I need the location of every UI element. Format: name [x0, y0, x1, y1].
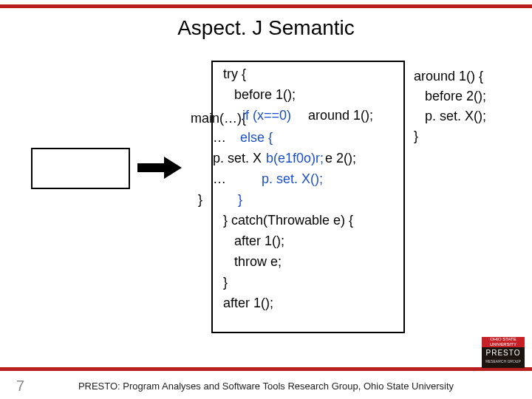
- footer-text: PRESTO: Program Analyses and Software To…: [0, 381, 532, 392]
- code-line: …: [213, 130, 226, 146]
- code-line: } catch(Throwable e) {: [223, 213, 353, 228]
- code-line: after 1();: [223, 296, 273, 311]
- empty-box: [31, 148, 130, 189]
- top-rule: [0, 4, 532, 8]
- code-line: …: [213, 171, 226, 187]
- presto-logo: OHIO STATE UNIVERSITY PRESTO RESEARCH GR…: [482, 337, 525, 368]
- code-line: throw e;: [223, 254, 282, 270]
- code-line: after 1();: [223, 233, 284, 249]
- bottom-rule: [0, 367, 532, 371]
- code-line: main(…){: [191, 111, 246, 126]
- code-line: e 2();: [325, 151, 356, 166]
- code-line: }: [198, 192, 202, 208]
- code-line: around 1();: [304, 108, 373, 123]
- code-line: }: [223, 275, 228, 290]
- code-line: try {: [223, 66, 246, 82]
- code-line: p. set. X: [213, 151, 262, 166]
- logo-mid: PRESTO: [482, 347, 525, 359]
- slide-title: Aspect. J Semantic: [0, 16, 532, 40]
- code-line: before 1();: [223, 87, 296, 103]
- code-line: }: [238, 192, 242, 208]
- slide: Aspect. J Semantic try { before 1(); mai…: [0, 0, 532, 399]
- code-line: b(e1f0o)r;: [266, 151, 324, 166]
- arrow-icon: [137, 157, 182, 179]
- code-line: p. set. X();: [262, 171, 323, 187]
- around-code: around 1() { before 2(); p. set. X(); }: [414, 66, 486, 146]
- code-line: else {: [236, 130, 273, 146]
- logo-bot: RESEARCH GROUP: [482, 359, 525, 368]
- code-line: if (x==0): [242, 108, 291, 123]
- logo-top: OHIO STATE UNIVERSITY: [482, 337, 525, 347]
